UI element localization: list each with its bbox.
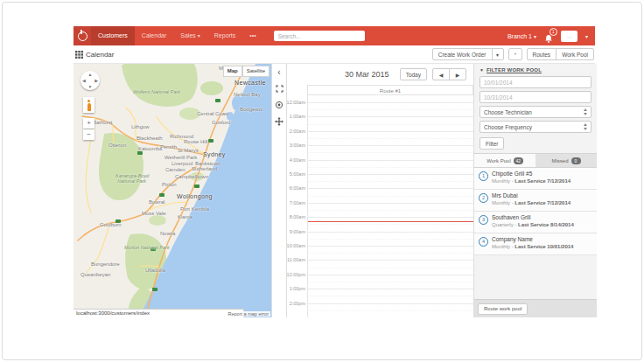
customer-name: Mrs Dubai	[492, 192, 570, 198]
print-button[interactable]	[508, 48, 522, 60]
frequency-select[interactable]: Choose Frequency	[480, 121, 592, 133]
fullscreen-button[interactable]	[274, 83, 284, 94]
half-hour-line	[308, 268, 473, 268]
hour-line	[308, 232, 473, 233]
hour-line	[308, 260, 473, 261]
map-view-button[interactable]: Map	[223, 66, 242, 77]
map-zoom-in-button[interactable]: +	[83, 118, 94, 129]
calendar-grid-icon	[75, 51, 83, 59]
work-pool-item[interactable]: 1Chipotle Grill #5Monthly - Last Service…	[474, 168, 597, 190]
calendar-date: 30 Mar 2015	[345, 70, 389, 79]
target-icon	[275, 101, 284, 109]
frequency-label: Monthly -	[492, 178, 514, 184]
map-pan-control[interactable]: ▲ ▼ ◀ ▶	[80, 71, 100, 90]
work-pool-item[interactable]: 3Southaven GrillQuarterly - Last Service…	[474, 212, 597, 233]
locate-button[interactable]	[274, 100, 284, 110]
next-day-button[interactable]: ▶	[449, 68, 466, 80]
half-hour-line	[308, 124, 473, 125]
item-number-badge: 1	[479, 171, 488, 181]
tab-work-pool[interactable]: Work Pool42	[474, 154, 536, 167]
half-hour-line	[308, 296, 473, 296]
street-view-pegman[interactable]	[83, 97, 94, 113]
search-input[interactable]	[274, 31, 365, 41]
map-type-controls: Map Satellite	[223, 66, 270, 77]
customer-name: Chipotle Grill #5	[492, 171, 570, 177]
item-number-badge: 2	[479, 193, 488, 203]
pan-right-icon: ▶	[94, 78, 98, 83]
caret-down-icon[interactable]: ▾	[585, 33, 588, 39]
time-label: 4:00am	[290, 157, 305, 163]
technician-select-value: Choose Technician	[484, 109, 532, 115]
filter-panel: ▼ FILTER WORK POOL Choose Technician Cho…	[473, 64, 597, 317]
date-to-input[interactable]	[480, 91, 592, 103]
work-pool-item[interactable]: 2Mrs DubaiMonthly - Last Service 7/12/20…	[474, 190, 597, 212]
service-info: Monthly - Last Service 7/12/2014	[492, 178, 570, 184]
app: CustomersCalendarSalesReports••• Branch …	[74, 26, 595, 317]
move-icon	[275, 117, 284, 126]
tab-label: Work Pool	[486, 158, 511, 164]
hour-line	[308, 303, 473, 304]
hour-line	[308, 275, 473, 275]
technician-select[interactable]: Choose Technician	[480, 106, 592, 118]
filter-panel-title: FILTER WORK POOL	[486, 67, 542, 73]
hour-line	[308, 217, 473, 218]
brand-button[interactable]	[74, 26, 91, 45]
filter-button[interactable]: Filter	[480, 137, 504, 150]
nav-item-calendar[interactable]: Calendar	[135, 26, 173, 45]
pan-up-icon: ▲	[88, 72, 93, 77]
nav-item-reports[interactable]: Reports	[207, 26, 243, 45]
page-title-label: Calendar	[86, 51, 114, 59]
create-work-order-caret-button[interactable]: ▾	[492, 48, 504, 60]
pan-left-icon: ◀	[82, 78, 86, 83]
route-work-pool-button[interactable]: Route work pool	[478, 303, 528, 315]
half-hour-line	[308, 210, 473, 211]
service-info: Monthly - Last Service 7/12/2014	[492, 200, 570, 205]
time-label: 12:00am	[287, 100, 305, 105]
time-gutter: 12:00am1:00am2:00am3:00am4:00am5:00am6:0…	[287, 95, 307, 317]
power-icon	[78, 31, 88, 41]
customer-name: Southaven Grill	[492, 214, 574, 220]
work-pool-item[interactable]: 4Company NameMonthly - Last Service 10/0…	[474, 233, 597, 255]
calendar-panel: 30 Mar 2015 Today ◀ ▶ Route #1 12:00am1:…	[287, 64, 473, 317]
nav-item-customers[interactable]: Customers	[91, 26, 135, 45]
time-label: 9:00am	[290, 229, 305, 234]
pan-mode-button[interactable]	[274, 116, 284, 127]
route-column-header: Route #1	[307, 85, 473, 95]
nav-item-[interactable]: •••	[242, 26, 262, 45]
nav-item-sales[interactable]: Sales	[173, 26, 207, 45]
map-zoom-out-button[interactable]: −	[83, 129, 94, 140]
work-pool-list: 1Chipotle Grill #5Monthly - Last Service…	[474, 168, 597, 255]
prev-day-button[interactable]: ◀	[432, 68, 450, 80]
collapse-map-button[interactable]: ‹	[274, 66, 284, 77]
content: MaitlandNewcastleNelson BayWollemi Natio…	[74, 63, 595, 317]
hour-line	[308, 160, 473, 161]
routes-button[interactable]: Routes	[527, 48, 557, 60]
notifications-button[interactable]: 1	[544, 31, 553, 41]
last-service-label: Last Service 7/12/2014	[514, 200, 570, 205]
create-work-order-button[interactable]: Create Work Order	[432, 48, 493, 60]
map-error-link[interactable]: Report a map error	[227, 311, 270, 317]
time-label: 2:00am	[290, 129, 305, 134]
half-hour-line	[308, 196, 473, 197]
time-label: 7:00am	[290, 200, 305, 205]
frequency-label: Monthly -	[492, 200, 514, 205]
today-button[interactable]: Today	[400, 68, 427, 80]
frequency-label: Quarterly -	[492, 222, 518, 227]
work-pool-button[interactable]: Work Pool	[556, 48, 594, 60]
filter-work-pool-toggle[interactable]: ▼ FILTER WORK POOL	[474, 64, 597, 73]
hour-line	[308, 174, 473, 175]
pegman-icon	[88, 103, 91, 111]
item-number-badge: 4	[479, 237, 488, 247]
map-canvas[interactable]: MaitlandNewcastleNelson BayWollemi Natio…	[74, 64, 271, 317]
service-info: Quarterly - Last Service 8/14/2014	[492, 222, 574, 227]
satellite-view-button[interactable]: Satellite	[242, 66, 270, 77]
calendar-grid[interactable]	[307, 95, 473, 317]
tab-missed[interactable]: Missed0	[536, 154, 597, 167]
pan-down-icon: ▼	[88, 84, 93, 89]
time-label: 5:00am	[290, 171, 305, 177]
branch-selector[interactable]: Branch 1	[508, 33, 536, 39]
user-menu-button[interactable]: ...	[561, 31, 578, 42]
date-from-input[interactable]	[480, 76, 592, 88]
navbar: CustomersCalendarSalesReports••• Branch …	[74, 26, 595, 45]
tab-count-badge: 42	[514, 157, 523, 164]
